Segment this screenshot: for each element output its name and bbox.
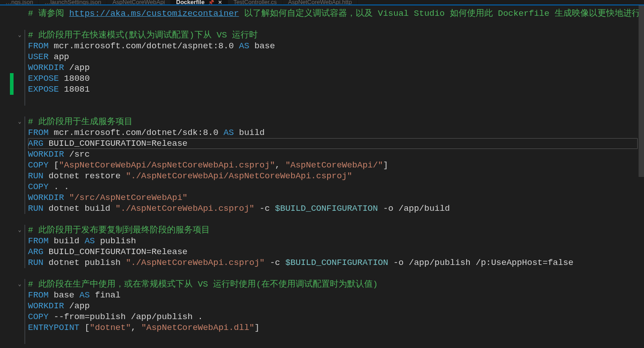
pin-icon[interactable]: 📌 <box>208 0 214 5</box>
tab-label: Dockerfile <box>176 0 204 5</box>
token-kw: FROM <box>28 236 49 246</box>
token-pl: app <box>49 52 69 62</box>
tab-label: …launchSettings.json <box>44 0 101 5</box>
token-pl: base <box>49 290 79 300</box>
token-pl: -o /app/build <box>378 204 450 213</box>
code-line[interactable]: FROM base AS final <box>28 290 639 301</box>
tab-bar: …ngs.json…launchSettings.jsonAspNetCoreW… <box>0 0 644 5</box>
code-line[interactable]: COPY --from=publish /app/publish . <box>28 311 639 322</box>
code-line[interactable]: # 此阶段用于生成服务项目 <box>28 116 639 127</box>
code-line[interactable]: COPY . . <box>28 181 639 192</box>
fold-chevron-icon[interactable]: ⌄ <box>18 279 21 290</box>
token-pl: . . <box>49 182 69 192</box>
token-kw: RUN <box>28 171 43 181</box>
token-pl <box>64 193 69 203</box>
token-pl: mcr.microsoft.com/dotnet/aspnet:8.0 <box>49 41 239 51</box>
token-pl: BUILD_CONFIGURATION=Release <box>43 247 187 257</box>
token-pl: base <box>249 41 275 51</box>
code-line[interactable]: RUN dotnet build "./AspNetCoreWebApi.csp… <box>28 203 639 214</box>
token-kw: USER <box>28 52 49 62</box>
token-lk: https://aka.ms/customizecontainer <box>69 9 239 19</box>
fold-chevron-icon[interactable]: ⌄ <box>18 225 21 236</box>
tab-aspnetcorewebapi-http[interactable]: AspNetCoreWebApi.http <box>283 0 357 5</box>
token-kw: ARG <box>28 139 43 148</box>
token-c: # 此阶段用于生成服务项目 <box>28 117 133 127</box>
token-kw: FROM <box>28 41 49 51</box>
code-line[interactable]: FROM build AS publish <box>28 236 639 246</box>
token-kw: ENTRYPOINT <box>28 323 79 333</box>
token-pl: , <box>131 323 141 333</box>
code-line[interactable]: EXPOSE 18081 <box>28 84 639 95</box>
code-line[interactable]: RUN dotnet restore "./AspNetCoreWebApi/A… <box>28 171 639 181</box>
code-line[interactable]: USER app <box>28 51 639 62</box>
code-line[interactable] <box>28 268 639 279</box>
token-kw: COPY <box>28 182 49 192</box>
code-line[interactable]: # 请参阅 https://aka.ms/customizecontainer … <box>28 8 639 19</box>
code-line[interactable]: RUN dotnet publish "./AspNetCoreWebApi.c… <box>28 257 639 268</box>
token-pl: 18080 <box>59 74 89 84</box>
code-line[interactable]: WORKDIR /app <box>28 301 639 311</box>
code-line[interactable]: WORKDIR "/src/AspNetCoreWebApi" <box>28 192 639 203</box>
token-pl: 18081 <box>59 84 89 94</box>
fold-chevron-icon[interactable]: ⌄ <box>18 116 21 127</box>
code-line[interactable]: ENTRYPOINT ["dotnet", "AspNetCoreWebApi.… <box>28 322 639 333</box>
tab--ngs-json[interactable]: …ngs.json <box>0 0 39 5</box>
token-kw: RUN <box>28 258 43 268</box>
code-line[interactable]: WORKDIR /app <box>28 62 639 73</box>
tab-testcontroller-cs[interactable]: TestController.cs <box>228 0 283 5</box>
token-pl: build <box>234 128 264 138</box>
tab-dockerfile[interactable]: Dockerfile📌✕ <box>171 0 228 5</box>
token-br: ] <box>383 160 388 170</box>
tab-aspnetcorewebapi[interactable]: AspNetCoreWebApi <box>107 0 171 5</box>
token-s: "./AspNetCoreWebApi.csproj" <box>126 258 265 268</box>
code-line[interactable] <box>28 95 639 106</box>
token-kw2: AS <box>223 128 234 138</box>
editor-area[interactable]: ⌄⌄⌄⌄ # 请参阅 https://aka.ms/customizeconta… <box>0 5 644 348</box>
scrollbar-thumb[interactable] <box>639 5 644 177</box>
token-s: "./AspNetCoreWebApi/AspNetCoreWebApi.csp… <box>126 171 352 181</box>
token-c: 以了解如何自定义调试容器，以及 Visual Studio 如何使用此 Dock… <box>239 9 644 19</box>
token-pl: dotnet publish <box>43 258 125 268</box>
token-kw: COPY <box>28 160 49 170</box>
code-line[interactable]: ARG BUILD_CONFIGURATION=Release <box>28 246 639 257</box>
code-line[interactable]: FROM mcr.microsoft.com/dotnet/aspnet:8.0… <box>28 41 639 51</box>
code-line[interactable]: # 此阶段在生产中使用，或在常规模式下从 VS 运行时使用(在不使用调试配置时为… <box>28 279 639 290</box>
code-line[interactable] <box>28 106 639 116</box>
token-pl: dotnet build <box>43 204 116 213</box>
token-s: "/src/AspNetCoreWebApi" <box>69 193 187 203</box>
close-icon[interactable]: ✕ <box>218 0 222 5</box>
code-line[interactable]: WORKDIR /src <box>28 149 639 160</box>
code-content[interactable]: # 请参阅 https://aka.ms/customizecontainer … <box>28 8 639 333</box>
change-bar <box>24 225 25 268</box>
tab-label: AspNetCoreWebApi <box>112 0 165 5</box>
change-bar <box>24 279 25 344</box>
code-line[interactable] <box>28 214 639 225</box>
tab-label: …ngs.json <box>5 0 33 5</box>
token-kw2: AS <box>239 41 249 51</box>
code-line[interactable]: ARG BUILD_CONFIGURATION=Release <box>28 138 639 149</box>
code-line[interactable]: EXPOSE 18080 <box>28 73 639 84</box>
token-kw: RUN <box>28 204 43 213</box>
token-kw: WORKDIR <box>28 193 64 203</box>
token-s: "AspNetCoreWebApi.dll" <box>141 323 255 333</box>
token-c: # 此阶段用于在快速模式(默认为调试配置)下从 VS 运行时 <box>28 30 258 40</box>
token-kw: EXPOSE <box>28 84 59 94</box>
code-line[interactable]: FROM mcr.microsoft.com/dotnet/sdk:8.0 AS… <box>28 127 639 138</box>
token-br: [ <box>79 323 90 333</box>
token-c: # 请参阅 <box>28 9 69 19</box>
fold-chevron-icon[interactable]: ⌄ <box>18 30 21 41</box>
token-kw2: AS <box>84 236 95 246</box>
token-pl: /app <box>64 301 90 311</box>
change-bar <box>24 116 25 214</box>
code-line[interactable] <box>28 19 639 30</box>
token-kw: ARG <box>28 247 43 257</box>
code-line[interactable]: # 此阶段用于发布要复制到最终阶段的服务项目 <box>28 225 639 236</box>
tab-label: AspNetCoreWebApi.http <box>288 0 352 5</box>
tab--launchsettings-json[interactable]: …launchSettings.json <box>39 0 107 5</box>
token-pl: -c <box>265 258 286 268</box>
code-line[interactable]: # 此阶段用于在快速模式(默认为调试配置)下从 VS 运行时 <box>28 30 639 41</box>
token-c: # 此阶段用于发布要复制到最终阶段的服务项目 <box>28 225 210 235</box>
token-pl: -c <box>255 204 275 213</box>
vertical-scrollbar[interactable] <box>639 5 644 348</box>
code-line[interactable]: COPY ["AspNetCoreWebApi/AspNetCoreWebApi… <box>28 160 639 171</box>
